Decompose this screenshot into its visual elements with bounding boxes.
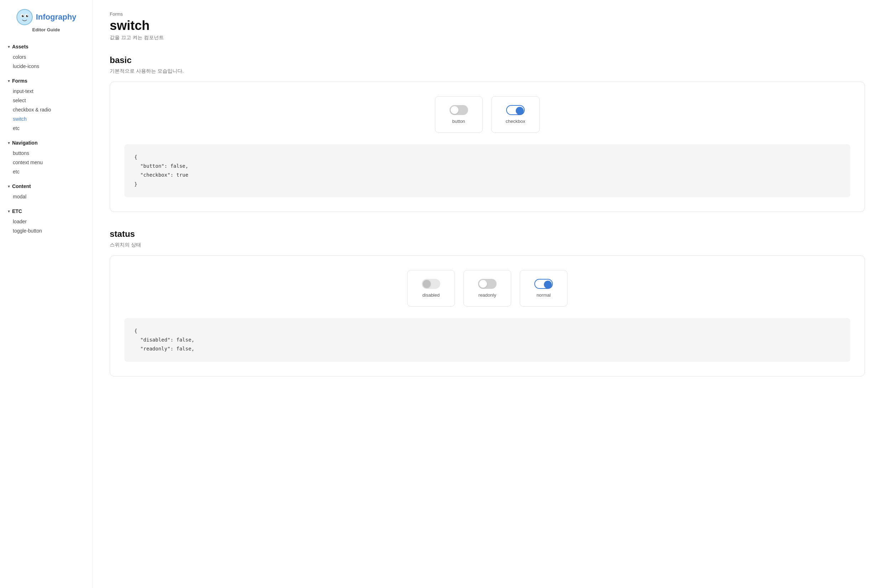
switch-box-normal: normal (520, 270, 567, 307)
svg-point-6 (22, 15, 23, 16)
nav-section-title-forms[interactable]: Forms (7, 78, 85, 84)
toggle-knob-checkbox (516, 107, 524, 115)
nav-section-title-navigation[interactable]: Navigation (7, 140, 85, 146)
sidebar-item-etc-navigation[interactable]: etc (7, 167, 85, 176)
switch-label-button: button (452, 118, 465, 124)
svg-point-7 (27, 15, 27, 16)
sidebar-item-loader[interactable]: loader (7, 217, 85, 226)
switch-label-disabled: disabled (423, 292, 440, 298)
sidebar-item-buttons[interactable]: buttons (7, 148, 85, 158)
nav-section-title-etc[interactable]: ETC (7, 208, 85, 214)
breadcrumb: Forms (110, 11, 865, 17)
nav-section-assets: Assets colors lucide-icons (7, 44, 85, 71)
sidebar-item-context-menu[interactable]: context menu (7, 158, 85, 167)
page-subtitle: 값을 끄고 켜는 컴포넌트 (110, 34, 865, 41)
switch-label-normal: normal (537, 292, 551, 298)
toggle-checkbox-switch[interactable] (506, 105, 525, 115)
switch-box-button: button (435, 96, 483, 133)
switch-box-disabled: disabled (407, 270, 455, 307)
switch-label-readonly: readonly (478, 292, 496, 298)
status-section-title: status (110, 229, 865, 239)
basic-demo-card: button checkbox { "button": false, "chec… (110, 81, 865, 212)
basic-section-subtitle: 기본적으로 사용하는 모습입니다. (110, 68, 865, 74)
sidebar-item-modal[interactable]: modal (7, 192, 85, 201)
sidebar-item-toggle-button[interactable]: toggle-button (7, 226, 85, 236)
svg-point-4 (22, 15, 24, 17)
svg-point-1 (18, 10, 32, 24)
switch-label-checkbox: checkbox (506, 118, 525, 124)
nav-section-title-content[interactable]: Content (7, 183, 85, 189)
logo-area: Infography Editor Guide (7, 9, 85, 32)
toggle-knob-disabled (423, 280, 430, 288)
basic-code-block: { "button": false, "checkbox": true } (124, 144, 850, 197)
nav-section-etc: ETC loader toggle-button (7, 208, 85, 236)
sidebar-item-checkbox-radio[interactable]: checkbox & radio (7, 105, 85, 114)
sidebar-item-input-text[interactable]: input-text (7, 87, 85, 96)
status-code-text: { "disabled": false, "readonly": false, (134, 327, 840, 354)
page-title: switch (110, 18, 865, 33)
toggle-knob-readonly (479, 280, 487, 288)
nav-section-content: Content modal (7, 183, 85, 201)
sidebar-item-lucide-icons[interactable]: lucide-icons (7, 62, 85, 71)
status-demo-card: disabled readonly normal { "disabled": f… (110, 255, 865, 377)
toggle-knob-button (451, 106, 459, 114)
toggle-button-switch[interactable] (450, 105, 468, 115)
nav-section-forms: Forms input-text select checkbox & radio… (7, 78, 85, 133)
sidebar-item-select[interactable]: select (7, 96, 85, 105)
toggle-readonly-switch (478, 279, 496, 289)
toggle-knob-normal (544, 280, 552, 288)
toggle-normal-switch[interactable] (534, 279, 553, 289)
nav-section-title-assets[interactable]: Assets (7, 44, 85, 50)
main-content: Forms switch 값을 끄고 켜는 컴포넌트 basic 기본적으로 사… (93, 0, 882, 588)
toggle-disabled-switch (422, 279, 440, 289)
sidebar: Infography Editor Guide Assets colors lu… (0, 0, 93, 588)
status-switches-row: disabled readonly normal (124, 270, 850, 307)
sidebar-item-colors[interactable]: colors (7, 52, 85, 62)
status-code-block: { "disabled": false, "readonly": false, (124, 318, 850, 362)
basic-section-title: basic (110, 55, 865, 65)
logo-subtitle: Editor Guide (32, 27, 60, 32)
nav-section-navigation: Navigation buttons context menu etc (7, 140, 85, 176)
basic-switches-row: button checkbox (124, 96, 850, 133)
switch-box-checkbox: checkbox (491, 96, 540, 133)
logo-text: Infography (36, 12, 76, 22)
status-section-subtitle: 스위치의 상태 (110, 242, 865, 248)
sidebar-item-switch[interactable]: switch (7, 114, 85, 124)
logo-icon (16, 9, 33, 26)
basic-code-text: { "button": false, "checkbox": true } (134, 153, 840, 189)
switch-box-readonly: readonly (464, 270, 511, 307)
svg-point-5 (26, 15, 28, 17)
sidebar-item-etc-forms[interactable]: etc (7, 124, 85, 133)
